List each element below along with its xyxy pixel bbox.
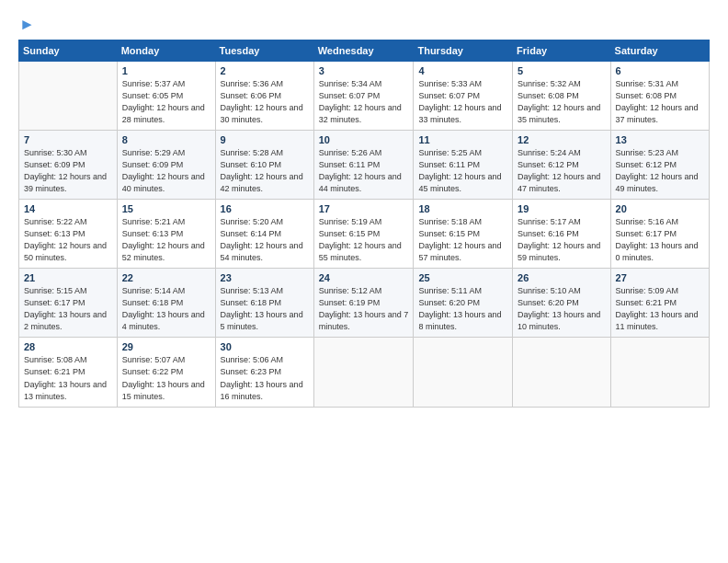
day-info: Sunrise: 5:37 AMSunset: 6:05 PMDaylight:… [122, 78, 210, 126]
day-number: 10 [319, 134, 409, 145]
day-number: 9 [221, 134, 309, 145]
day-info: Sunrise: 5:36 AMSunset: 6:06 PMDaylight:… [221, 78, 309, 126]
calendar-cell: 26Sunrise: 5:10 AMSunset: 6:20 PMDayligh… [513, 269, 610, 338]
day-info: Sunrise: 5:25 AMSunset: 6:11 PMDaylight:… [418, 147, 507, 195]
day-number: 2 [221, 65, 309, 76]
calendar-week-row: 28Sunrise: 5:08 AMSunset: 6:21 PMDayligh… [19, 338, 710, 407]
page: ► SundayMondayTuesdayWednesdayThursdayFr… [0, 0, 728, 563]
calendar-cell: 11Sunrise: 5:25 AMSunset: 6:11 PMDayligh… [414, 130, 513, 199]
calendar-cell: 8Sunrise: 5:29 AMSunset: 6:09 PMDaylight… [117, 130, 215, 199]
day-number: 12 [518, 134, 605, 145]
calendar-cell: 16Sunrise: 5:20 AMSunset: 6:14 PMDayligh… [215, 200, 313, 269]
calendar-cell [610, 338, 709, 407]
day-number: 11 [418, 134, 507, 145]
day-info: Sunrise: 5:20 AMSunset: 6:14 PMDaylight:… [221, 216, 309, 264]
day-number: 28 [24, 341, 112, 352]
day-number: 19 [518, 203, 605, 214]
calendar-cell: 10Sunrise: 5:26 AMSunset: 6:11 PMDayligh… [313, 130, 414, 199]
calendar-cell [513, 338, 610, 407]
calendar-cell: 19Sunrise: 5:17 AMSunset: 6:16 PMDayligh… [513, 200, 610, 269]
day-info: Sunrise: 5:21 AMSunset: 6:13 PMDaylight:… [122, 216, 210, 264]
calendar-cell: 23Sunrise: 5:13 AMSunset: 6:18 PMDayligh… [215, 269, 313, 338]
day-info: Sunrise: 5:08 AMSunset: 6:21 PMDaylight:… [24, 354, 112, 402]
day-info: Sunrise: 5:13 AMSunset: 6:18 PMDaylight:… [221, 285, 309, 333]
logo-icon-shape: ► [19, 16, 35, 33]
day-info: Sunrise: 5:09 AMSunset: 6:21 PMDaylight:… [616, 285, 704, 333]
day-info: Sunrise: 5:11 AMSunset: 6:20 PMDaylight:… [418, 285, 507, 333]
day-info: Sunrise: 5:33 AMSunset: 6:07 PMDaylight:… [418, 78, 507, 126]
day-number: 8 [122, 134, 210, 145]
calendar-cell: 21Sunrise: 5:15 AMSunset: 6:17 PMDayligh… [19, 269, 118, 338]
calendar-cell: 27Sunrise: 5:09 AMSunset: 6:21 PMDayligh… [610, 269, 709, 338]
day-number: 3 [319, 65, 409, 76]
calendar-cell: 1Sunrise: 5:37 AMSunset: 6:05 PMDaylight… [117, 61, 215, 130]
calendar-week-row: 1Sunrise: 5:37 AMSunset: 6:05 PMDaylight… [19, 61, 710, 130]
day-number: 25 [418, 272, 507, 283]
day-number: 17 [319, 203, 409, 214]
day-info: Sunrise: 5:17 AMSunset: 6:16 PMDaylight:… [518, 216, 605, 264]
day-info: Sunrise: 5:30 AMSunset: 6:09 PMDaylight:… [24, 147, 112, 195]
calendar-cell: 25Sunrise: 5:11 AMSunset: 6:20 PMDayligh… [414, 269, 513, 338]
calendar-week-row: 21Sunrise: 5:15 AMSunset: 6:17 PMDayligh… [19, 269, 710, 338]
day-number: 20 [616, 203, 704, 214]
calendar-cell: 4Sunrise: 5:33 AMSunset: 6:07 PMDaylight… [414, 61, 513, 130]
day-number: 7 [24, 134, 112, 145]
day-info: Sunrise: 5:12 AMSunset: 6:19 PMDaylight:… [319, 285, 409, 333]
day-info: Sunrise: 5:32 AMSunset: 6:08 PMDaylight:… [518, 78, 605, 126]
header: ► [18, 17, 710, 34]
calendar-cell: 24Sunrise: 5:12 AMSunset: 6:19 PMDayligh… [313, 269, 414, 338]
day-info: Sunrise: 5:29 AMSunset: 6:09 PMDaylight:… [122, 147, 210, 195]
calendar-cell: 14Sunrise: 5:22 AMSunset: 6:13 PMDayligh… [19, 200, 118, 269]
logo-text: ► [18, 17, 35, 34]
day-info: Sunrise: 5:19 AMSunset: 6:15 PMDaylight:… [319, 216, 409, 264]
day-info: Sunrise: 5:15 AMSunset: 6:17 PMDaylight:… [24, 285, 112, 333]
calendar-cell: 15Sunrise: 5:21 AMSunset: 6:13 PMDayligh… [117, 200, 215, 269]
day-info: Sunrise: 5:23 AMSunset: 6:12 PMDaylight:… [616, 147, 704, 195]
day-number: 1 [122, 65, 210, 76]
day-info: Sunrise: 5:28 AMSunset: 6:10 PMDaylight:… [221, 147, 309, 195]
calendar-cell: 29Sunrise: 5:07 AMSunset: 6:22 PMDayligh… [117, 338, 215, 407]
calendar-cell: 22Sunrise: 5:14 AMSunset: 6:18 PMDayligh… [117, 269, 215, 338]
calendar-cell [414, 338, 513, 407]
calendar-cell: 5Sunrise: 5:32 AMSunset: 6:08 PMDaylight… [513, 61, 610, 130]
calendar-cell: 6Sunrise: 5:31 AMSunset: 6:08 PMDaylight… [610, 61, 709, 130]
calendar-week-row: 7Sunrise: 5:30 AMSunset: 6:09 PMDaylight… [19, 130, 710, 199]
weekday-header: Saturday [610, 40, 709, 61]
calendar-cell: 3Sunrise: 5:34 AMSunset: 6:07 PMDaylight… [313, 61, 414, 130]
day-number: 22 [122, 272, 210, 283]
calendar-cell: 28Sunrise: 5:08 AMSunset: 6:21 PMDayligh… [19, 338, 118, 407]
day-number: 27 [616, 272, 704, 283]
day-info: Sunrise: 5:22 AMSunset: 6:13 PMDaylight:… [24, 216, 112, 264]
day-number: 26 [518, 272, 605, 283]
calendar-cell [19, 61, 118, 130]
day-number: 23 [221, 272, 309, 283]
day-number: 4 [418, 65, 507, 76]
calendar-cell: 12Sunrise: 5:24 AMSunset: 6:12 PMDayligh… [513, 130, 610, 199]
day-info: Sunrise: 5:24 AMSunset: 6:12 PMDaylight:… [518, 147, 605, 195]
day-number: 16 [221, 203, 309, 214]
calendar-week-row: 14Sunrise: 5:22 AMSunset: 6:13 PMDayligh… [19, 200, 710, 269]
weekday-header: Friday [513, 40, 610, 61]
calendar-cell: 2Sunrise: 5:36 AMSunset: 6:06 PMDaylight… [215, 61, 313, 130]
day-number: 6 [616, 65, 704, 76]
calendar-cell: 9Sunrise: 5:28 AMSunset: 6:10 PMDaylight… [215, 130, 313, 199]
day-info: Sunrise: 5:26 AMSunset: 6:11 PMDaylight:… [319, 147, 409, 195]
calendar-header-row: SundayMondayTuesdayWednesdayThursdayFrid… [19, 40, 710, 61]
weekday-header: Thursday [414, 40, 513, 61]
day-info: Sunrise: 5:14 AMSunset: 6:18 PMDaylight:… [122, 285, 210, 333]
calendar-cell: 18Sunrise: 5:18 AMSunset: 6:15 PMDayligh… [414, 200, 513, 269]
day-info: Sunrise: 5:18 AMSunset: 6:15 PMDaylight:… [418, 216, 507, 264]
day-number: 29 [122, 341, 210, 352]
calendar-table: SundayMondayTuesdayWednesdayThursdayFrid… [18, 40, 710, 408]
weekday-header: Monday [117, 40, 215, 61]
calendar-cell: 7Sunrise: 5:30 AMSunset: 6:09 PMDaylight… [19, 130, 118, 199]
day-number: 15 [122, 203, 210, 214]
day-number: 18 [418, 203, 507, 214]
calendar-cell: 20Sunrise: 5:16 AMSunset: 6:17 PMDayligh… [610, 200, 709, 269]
weekday-header: Wednesday [313, 40, 414, 61]
day-number: 14 [24, 203, 112, 214]
day-number: 21 [24, 272, 112, 283]
day-info: Sunrise: 5:07 AMSunset: 6:22 PMDaylight:… [122, 354, 210, 402]
day-number: 5 [518, 65, 605, 76]
day-number: 13 [616, 134, 704, 145]
